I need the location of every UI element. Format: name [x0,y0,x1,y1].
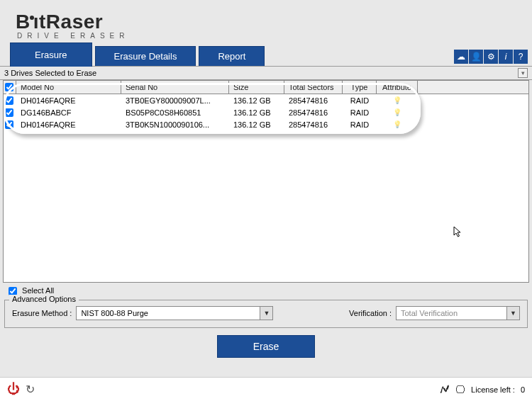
help-icon[interactable]: ? [514,50,528,64]
chevron-down-icon: ▼ [260,307,272,320]
cloud-icon[interactable]: ☁ [454,50,468,64]
row-checkbox[interactable] [5,108,13,117]
select-all-label: Select All [22,286,54,295]
tab-bar: Erasure Erasure Details Report ☁ 👤 ⚙ i ? [0,45,532,67]
select-all-label-wrap[interactable]: Select All [9,286,54,295]
cell-model: DH0146FAQRE [16,96,121,105]
cell-sectors: 285474816 [284,120,343,129]
col-sectors[interactable]: Total Sectors [284,81,343,94]
refresh-icon[interactable]: ↻ [26,383,35,396]
verification-select[interactable]: Total Verification ▼ [396,306,520,320]
cell-size: 136.12 GB [229,96,284,105]
col-size[interactable]: Size [229,81,284,94]
brand-main: BıtRaser [16,11,532,33]
erase-button[interactable]: Erase [217,335,316,358]
cell-serial: 3TB0K5N1000090106... [121,120,229,129]
app-header: BıtRaser DRIVE ERASER [0,0,532,45]
selection-status-bar: 3 Drives Selected to Erase ▾ [0,67,532,80]
grid-rows: DH0146FAQRE 3TB0EGY800009007L... 136.12 … [4,94,528,130]
bulb-icon[interactable] [393,96,401,104]
cell-serial: 3TB0EGY800009007L... [121,96,229,105]
info-icon[interactable]: i [499,50,513,64]
col-serial[interactable]: Serial No [121,81,229,94]
bulb-icon[interactable] [393,108,401,116]
erasure-method-label: Erasure Method : [12,309,72,317]
erasure-method-select[interactable]: NIST 800-88 Purge ▼ [76,306,273,320]
gear-icon[interactable]: ⚙ [484,50,498,64]
filter-button[interactable]: ▾ [518,68,528,78]
row-checkbox[interactable] [5,96,13,105]
footer-bar: ⏻ ↻ 🗲 🖵 License left : 0 [0,377,532,401]
chevron-down-icon: ▼ [506,307,519,320]
col-type[interactable]: Type [343,81,377,94]
tab-report[interactable]: Report [199,46,265,66]
advanced-legend: Advanced Options [9,295,79,303]
col-attribute[interactable]: Attribute [377,81,418,94]
cell-type: RAID [343,120,377,129]
cell-size: 136.12 GB [229,120,284,129]
network-icon: 🖵 [455,384,465,395]
verification-label: Verification : [349,309,392,317]
brand-sub: DRIVE ERASER [17,32,532,40]
user-icon[interactable]: 👤 [469,50,483,64]
cell-model: DG146BABCF [16,108,121,117]
col-checkbox[interactable] [4,81,16,94]
cell-model: DH0146FAQRE [16,120,121,129]
battery-icon: 🗲 [440,384,450,395]
power-icon[interactable]: ⏻ [7,382,20,397]
cell-sectors: 285474816 [284,96,343,105]
col-model[interactable]: Model No [16,81,121,94]
row-checkbox[interactable] [5,120,13,129]
cell-size: 136.12 GB [229,108,284,117]
cell-serial: BS05P8C0S8H60851 [121,108,229,117]
verification-value: Total Verification [397,309,506,317]
drive-grid: Model No Serial No Size Total Sectors Ty… [3,80,529,283]
cell-type: RAID [343,108,377,117]
toolbar-icons: ☁ 👤 ⚙ i ? [453,50,528,64]
cursor-icon [453,226,465,240]
license-label: License left : [471,385,515,394]
bulb-icon[interactable] [393,120,401,128]
erasure-method-value: NIST 800-88 Purge [77,309,260,317]
cell-type: RAID [343,96,377,105]
grid-header: Model No Serial No Size Total Sectors Ty… [4,81,528,94]
selection-status-text: 3 Drives Selected to Erase [4,69,96,77]
table-row[interactable]: DH0146FAQRE 3TB0EGY800009007L... 136.12 … [4,94,528,106]
license-count: 0 [521,385,525,394]
cell-sectors: 285474816 [284,108,343,117]
table-row[interactable]: DH0146FAQRE 3TB0K5N1000090106... 136.12 … [4,118,528,130]
advanced-options: Advanced Options Erasure Method : NIST 8… [4,300,528,328]
brand-logo: BıtRaser DRIVE ERASER [16,11,532,40]
select-all-row: Select All [3,284,529,298]
tab-erasure[interactable]: Erasure [10,43,92,67]
tab-erasure-details[interactable]: Erasure Details [95,46,196,66]
table-row[interactable]: DG146BABCF BS05P8C0S8H60851 136.12 GB 28… [4,106,528,118]
